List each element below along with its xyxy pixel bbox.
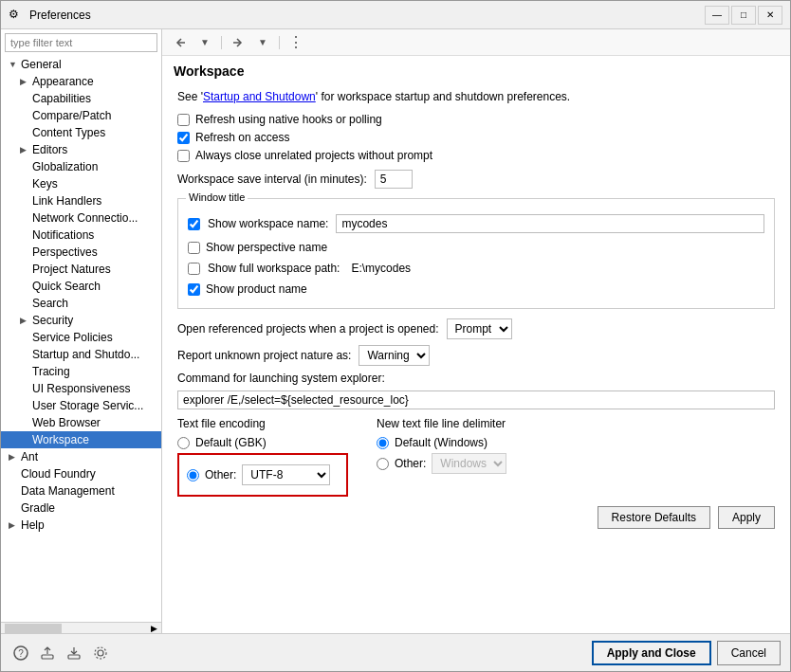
- report-nature-select[interactable]: Warning Error Info Ignore: [359, 345, 430, 366]
- sidebar-item-link-handlers[interactable]: ▶ Link Handlers: [1, 192, 161, 209]
- sidebar-item-label-ui-responsiveness: UI Responsiveness: [32, 382, 130, 395]
- minimize-button[interactable]: —: [705, 6, 729, 25]
- sidebar-item-label-content-types: Content Types: [32, 126, 105, 139]
- main-content: See 'Startup and Shutdown' for workspace…: [162, 82, 790, 633]
- line-delimiter-label: New text file line delimiter: [377, 417, 547, 430]
- sidebar-item-project-natures[interactable]: ▶ Project Natures: [1, 261, 161, 278]
- sidebar-item-label-service-policies: Service Policies: [32, 331, 113, 344]
- sidebar-item-web-browser[interactable]: ▶ Web Browser: [1, 414, 161, 431]
- refresh-access-checkbox[interactable]: [177, 132, 190, 144]
- save-interval-input[interactable]: [375, 170, 413, 189]
- close-unrelated-row: Always close unrelated projects without …: [177, 149, 775, 162]
- sidebar-item-label-tracing: Tracing: [32, 365, 70, 378]
- sidebar-item-notifications[interactable]: ▶ Notifications: [1, 227, 161, 244]
- footer-icons: ?: [10, 643, 111, 663]
- export-icon-button[interactable]: [37, 643, 58, 663]
- footer-bar: ? Apply and Close Cancel: [1, 633, 790, 671]
- sidebar-item-label-link-handlers: Link Handlers: [32, 194, 101, 208]
- show-workspace-name-checkbox[interactable]: [188, 218, 200, 230]
- startup-shutdown-link[interactable]: Startup and Shutdown: [203, 90, 316, 103]
- default-delimiter-radio[interactable]: [377, 437, 389, 449]
- open-projects-select[interactable]: Prompt Always Never: [447, 318, 512, 339]
- sidebar-item-ant[interactable]: ▶ Ant: [1, 448, 161, 465]
- sidebar-item-quick-search[interactable]: ▶ Quick Search: [1, 278, 161, 295]
- sidebar-item-workspace[interactable]: ▶ Workspace: [1, 431, 161, 448]
- expand-arrow-appearance: ▶: [20, 77, 29, 86]
- sidebar-item-editors[interactable]: ▶ Editors: [1, 141, 161, 158]
- refresh-native-row: Refresh using native hooks or polling: [177, 113, 775, 126]
- system-explorer-row: Command for launching system explorer:: [177, 372, 775, 385]
- sidebar-item-label-network: Network Connectio...: [32, 211, 138, 225]
- close-unrelated-label: Always close unrelated projects without …: [195, 149, 432, 162]
- other-encoding-radio[interactable]: [187, 469, 199, 481]
- sidebar-item-label-cloud-foundry: Cloud Foundry: [21, 467, 96, 481]
- sidebar-item-compare[interactable]: ▶ Compare/Patch: [1, 107, 161, 124]
- sidebar-item-label-globalization: Globalization: [32, 160, 98, 173]
- sidebar-hscroll-bar[interactable]: ▶: [1, 622, 161, 633]
- apply-button[interactable]: Apply: [718, 506, 775, 529]
- close-button[interactable]: ✕: [758, 6, 782, 25]
- dropdown-button[interactable]: ▼: [194, 32, 215, 53]
- sidebar-item-perspectives[interactable]: ▶ Perspectives: [1, 244, 161, 261]
- sidebar-item-service-policies[interactable]: ▶ Service Policies: [1, 329, 161, 346]
- preferences-window: ⚙ Preferences — □ ✕ ▼ General ▶ Appearan…: [0, 0, 791, 672]
- sidebar-item-network[interactable]: ▶ Network Connectio...: [1, 209, 161, 227]
- show-product-name-checkbox[interactable]: [188, 283, 200, 296]
- workspace-name-input[interactable]: [336, 214, 764, 233]
- sidebar-item-content-types[interactable]: ▶ Content Types: [1, 124, 161, 141]
- sidebar-item-appearance[interactable]: ▶ Appearance: [1, 73, 161, 90]
- sidebar-item-user-storage[interactable]: ▶ User Storage Servic...: [1, 397, 161, 414]
- sidebar-item-help[interactable]: ▶ Help: [1, 517, 161, 534]
- scroll-right-arrow[interactable]: ▶: [151, 624, 157, 633]
- sidebar-item-label-keys: Keys: [32, 177, 58, 191]
- restore-defaults-button[interactable]: Restore Defaults: [598, 506, 710, 529]
- show-perspective-checkbox[interactable]: [188, 242, 200, 254]
- forward-button[interactable]: [228, 32, 248, 53]
- expand-arrow-editors: ▶: [20, 145, 29, 154]
- sidebar-item-startup[interactable]: ▶ Startup and Shutdo...: [1, 346, 161, 363]
- sidebar-item-keys[interactable]: ▶ Keys: [1, 175, 161, 192]
- more-options-button[interactable]: ⋮: [285, 32, 306, 53]
- default-encoding-radio[interactable]: [177, 437, 190, 449]
- toolbar-separator-2: [279, 36, 280, 49]
- help-icon-button[interactable]: ?: [10, 643, 31, 663]
- settings-icon-button[interactable]: [90, 643, 111, 663]
- maximize-button[interactable]: □: [731, 6, 756, 25]
- sidebar-item-search[interactable]: ▶ Search: [1, 295, 161, 312]
- filter-input[interactable]: [5, 33, 157, 52]
- sidebar-item-label-user-storage: User Storage Servic...: [32, 399, 143, 412]
- cancel-button[interactable]: Cancel: [717, 641, 781, 665]
- show-product-name-label: Show product name: [206, 282, 307, 296]
- text-encoding-group: Text file encoding Default (GBK) Other: …: [177, 417, 348, 497]
- forward-dropdown-button[interactable]: ▼: [252, 32, 273, 53]
- sidebar-item-gradle[interactable]: ▶ Gradle: [1, 499, 161, 517]
- default-delimiter-row: Default (Windows): [377, 436, 547, 449]
- refresh-native-checkbox[interactable]: [177, 114, 190, 126]
- sidebar-item-security[interactable]: ▶ Security: [1, 312, 161, 329]
- other-delimiter-radio[interactable]: [377, 458, 389, 470]
- delimiter-value-select[interactable]: Windows Unix Mac: [432, 453, 506, 474]
- apply-close-button[interactable]: Apply and Close: [592, 641, 711, 665]
- line-delimiter-group: New text file line delimiter Default (Wi…: [377, 417, 547, 497]
- sidebar-item-globalization[interactable]: ▶ Globalization: [1, 158, 161, 175]
- encoding-value-select[interactable]: UTF-8 UTF-16 ISO-8859-1: [242, 464, 330, 485]
- sidebar-item-capabilities[interactable]: ▶ Capabilities: [1, 90, 161, 107]
- show-product-name-row: Show product name: [188, 282, 764, 296]
- expand-arrow-ant: ▶: [9, 452, 18, 462]
- sidebar-item-ui-responsiveness[interactable]: ▶ UI Responsiveness: [1, 380, 161, 397]
- show-workspace-name-row: Show workspace name:: [188, 214, 764, 233]
- show-full-path-checkbox[interactable]: [188, 263, 200, 275]
- svg-rect-3: [68, 655, 80, 659]
- system-explorer-input[interactable]: [177, 390, 775, 409]
- sidebar-item-data-management[interactable]: ▶ Data Management: [1, 482, 161, 499]
- default-encoding-row: Default (GBK): [177, 436, 348, 449]
- sidebar-item-cloud-foundry[interactable]: ▶ Cloud Foundry: [1, 465, 161, 482]
- import-icon-button[interactable]: [64, 643, 84, 663]
- report-nature-row: Report unknown project nature as: Warnin…: [177, 345, 775, 366]
- sidebar-item-general[interactable]: ▼ General: [1, 56, 161, 73]
- close-unrelated-checkbox[interactable]: [177, 150, 190, 162]
- sidebar-item-tracing[interactable]: ▶ Tracing: [1, 363, 161, 380]
- sidebar-item-label-appearance: Appearance: [32, 75, 94, 88]
- back-button[interactable]: [170, 32, 191, 53]
- sidebar-hscroll-thumb[interactable]: [5, 624, 62, 633]
